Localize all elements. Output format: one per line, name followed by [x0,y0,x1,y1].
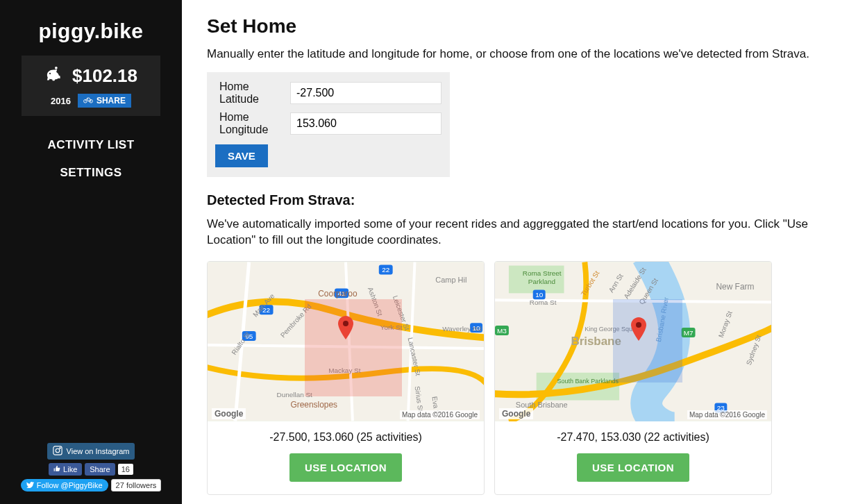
svg-point-59 [636,322,641,328]
location-coords: -27.470, 153.030 (22 activities) [502,431,764,444]
twitter-follow-button[interactable]: Follow @PiggyBike [21,479,108,492]
share-button[interactable]: SHARE [78,94,131,108]
facebook-share-button[interactable]: Share [85,463,115,476]
facebook-like-label: Like [63,465,77,473]
twitter-icon [26,481,34,489]
page-instruction: Manually enter the latitude and longitud… [207,47,849,61]
page-title: Set Home [207,15,849,37]
balance-card: $102.18 2016 SHARE [22,56,160,116]
svg-text:Greenslopes: Greenslopes [290,399,337,409]
svg-text:Waverley Rd: Waverley Rd [442,325,482,333]
longitude-input[interactable] [290,112,442,135]
thumbs-up-icon [53,465,60,473]
svg-text:M3: M3 [497,327,507,335]
facebook-count: 16 [118,464,133,475]
svg-text:Parkland: Parkland [528,278,555,285]
location-card: 95 22 41 22 10 Coorparoo Greenslopes Cam… [207,261,485,495]
map-attribution: Map data ©2016 Google [400,410,480,419]
nav-activity-list[interactable]: ACTIVITY LIST [7,131,175,159]
balance-amount: $102.18 [72,65,137,87]
twitter-followers: 27 followers [111,479,162,492]
svg-text:Roma St: Roma St [530,299,557,306]
location-coords: -27.500, 153.060 (25 activities) [215,431,477,444]
piggy-icon [44,66,65,87]
map-highlight [305,299,402,396]
svg-text:South Bank Parklands: South Bank Parklands [557,378,619,385]
sidebar: piggy.bike $102.18 2016 SHARE ACTIVITY L… [0,0,182,504]
instagram-button[interactable]: View on Instagram [47,443,135,460]
twitter-follow-label: Follow @PiggyBike [37,481,103,489]
svg-text:South Brisbane: South Brisbane [516,400,568,408]
map-pin-icon [338,316,353,339]
location-map[interactable]: Brisbane Roma Street Parkland Roma St Tu… [495,262,771,421]
bike-icon [83,96,93,106]
svg-point-32 [343,321,348,326]
latitude-label: Home Latitude [215,81,290,106]
svg-point-0 [55,66,58,69]
instagram-label: View on Instagram [67,447,130,455]
location-cards: 95 22 41 22 10 Coorparoo Greenslopes Cam… [207,261,849,495]
longitude-label: Home Longitude [215,111,290,136]
svg-text:Camp Hil: Camp Hil [435,276,466,284]
latitude-input[interactable] [290,82,442,104]
map-highlight [613,299,682,383]
social-buttons: View on Instagram Like Share 16 Follow [0,443,182,492]
instagram-icon [53,446,62,457]
detected-description: We've automatically imported some of you… [207,217,849,249]
detected-title: Detected From Strava: [207,192,849,208]
facebook-like-button[interactable]: Like [49,463,82,476]
share-label: SHARE [96,96,126,106]
location-map[interactable]: 95 22 41 22 10 Coorparoo Greenslopes Cam… [208,262,484,421]
svg-text:10: 10 [535,291,544,299]
svg-point-4 [56,448,60,453]
location-card: Brisbane Roma Street Parkland Roma St Tu… [494,261,772,495]
google-logo: Google [499,408,533,419]
svg-text:Coorparoo: Coorparoo [318,289,358,299]
svg-text:Roma Street: Roma Street [523,269,562,277]
google-logo: Google [212,408,246,419]
use-location-button[interactable]: USE LOCATION [289,453,402,482]
home-form: Home Latitude Home Longitude SAVE [207,72,450,177]
svg-point-5 [59,448,60,448]
sidebar-nav: ACTIVITY LIST SETTINGS [7,131,175,187]
svg-text:M7: M7 [684,329,694,337]
main-content: Set Home Manually enter the latitude and… [182,0,849,504]
svg-text:New Farm: New Farm [716,282,754,292]
use-location-button[interactable]: USE LOCATION [577,453,689,482]
map-pin-icon [631,317,646,341]
svg-text:22: 22 [382,266,390,274]
balance-year: 2016 [51,96,71,106]
map-attribution: Map data ©2016 Google [687,410,767,419]
nav-settings[interactable]: SETTINGS [7,159,175,187]
brand-logo[interactable]: piggy.bike [38,19,143,43]
save-button[interactable]: SAVE [215,144,268,167]
